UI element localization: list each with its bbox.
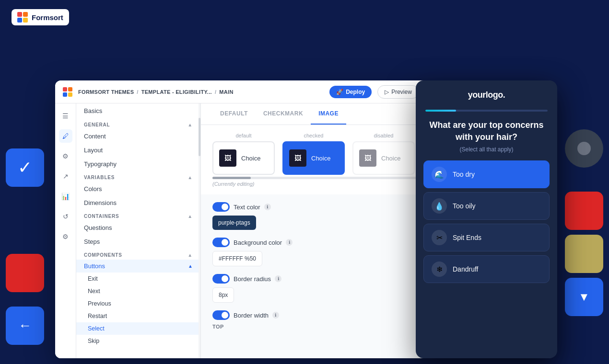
sidebar-icon-style[interactable]: 🖊 bbox=[59, 129, 72, 143]
nav-item-typography[interactable]: Typography bbox=[76, 157, 200, 171]
hair-label-too-dry: Too dry bbox=[453, 171, 475, 178]
preview-question-area: What are your top concerns with your hai… bbox=[416, 119, 557, 157]
info-icon-border-width[interactable]: ℹ bbox=[272, 312, 279, 318]
toggle-bg-color[interactable] bbox=[212, 238, 230, 247]
text-color-value[interactable]: purple-ptags bbox=[212, 216, 256, 230]
deco-circle-right bbox=[565, 129, 603, 168]
scroll-track bbox=[199, 103, 200, 358]
nav-item-previous[interactable]: Previous bbox=[76, 297, 200, 310]
sidebar-icon-settings[interactable]: ⚙ bbox=[59, 230, 72, 243]
deploy-button[interactable]: 🚀 Deploy bbox=[329, 86, 372, 98]
preview-play-icon: ▷ bbox=[385, 89, 389, 95]
chevron-icon-components: ▲ bbox=[187, 252, 193, 258]
nav-item-content[interactable]: Content bbox=[76, 129, 200, 143]
nav-item-steps[interactable]: Steps bbox=[76, 235, 200, 249]
sidebar-icon-menu[interactable]: ☰ bbox=[59, 109, 72, 123]
nav-item-questions[interactable]: Questions bbox=[76, 221, 200, 235]
hair-choice-split-ends[interactable]: ✂ Spit Ends bbox=[423, 224, 550, 251]
nav-item-layout[interactable]: Layout bbox=[76, 143, 200, 157]
progress-bar bbox=[425, 110, 548, 112]
info-icon-text-color[interactable]: ℹ bbox=[264, 204, 271, 210]
deco-tan-right-block bbox=[565, 235, 603, 273]
preview-scroll-thumb bbox=[212, 177, 251, 179]
toggle-knob-text-color bbox=[222, 204, 228, 210]
image-icon-default: 🖼 bbox=[224, 154, 231, 162]
tab-image[interactable]: IMAGE bbox=[311, 103, 346, 125]
bg-color-value[interactable]: #FFFFFF %50 bbox=[212, 251, 262, 266]
choice-card-default[interactable]: 🖼 Choice bbox=[212, 141, 275, 175]
nav-item-dimensions[interactable]: Dimensions bbox=[76, 196, 200, 210]
nav-item-basics[interactable]: Basics bbox=[76, 103, 200, 118]
breadcrumb-item-2[interactable]: TEMPLATE - ELIGIBILITY... bbox=[141, 89, 212, 95]
info-icon-border-radius[interactable]: ℹ bbox=[275, 275, 281, 282]
sidebar-icons: ☰ 🖊 ⚙ ↗ 📊 ↺ ⚙ bbox=[55, 103, 76, 358]
hair-icon-split-ends: ✂ bbox=[432, 230, 447, 245]
dropdown-icon: ▼ bbox=[578, 290, 590, 304]
hair-icon-dandruff: ❄ bbox=[432, 262, 447, 277]
choice-card-disabled[interactable]: 🖼 Choice bbox=[352, 141, 415, 175]
logo-squares bbox=[17, 12, 28, 23]
breadcrumb-item-3[interactable]: MAIN bbox=[219, 89, 233, 95]
image-icon-checked: 🖼 bbox=[294, 154, 301, 162]
toggle-border-width[interactable] bbox=[212, 310, 230, 320]
nav-item-restart[interactable]: Restart bbox=[76, 310, 200, 322]
breadcrumb-item-1[interactable]: FORMSORT THEMES bbox=[78, 89, 134, 95]
preview-label-checked: checked bbox=[304, 133, 324, 138]
preview-label-default: default bbox=[235, 133, 251, 138]
section-header-components: COMPONENTS ▲ bbox=[76, 249, 200, 260]
choice-card-checked[interactable]: 🖼 Choice bbox=[282, 141, 345, 175]
hair-choice-too-oily[interactable]: 💧 Too oily bbox=[423, 192, 550, 220]
breadcrumb-sep-2: / bbox=[215, 89, 216, 95]
nav-item-next[interactable]: Next bbox=[76, 285, 200, 297]
section-header-variables: VARIABLES ▲ bbox=[76, 171, 200, 182]
toggle-text-color[interactable] bbox=[212, 202, 230, 212]
toggle-knob-bg-color bbox=[222, 239, 228, 246]
breadcrumb: FORMSORT THEMES / TEMPLATE - ELIGIBILITY… bbox=[78, 89, 234, 95]
logo-container[interactable]: Formsort bbox=[12, 9, 69, 25]
nav-item-colors[interactable]: Colors bbox=[76, 182, 200, 196]
nav-item-skip[interactable]: Skip bbox=[76, 335, 200, 347]
section-header-general: GENERAL ▲ bbox=[76, 118, 200, 129]
deco-blue-right-block: ▼ bbox=[565, 278, 603, 316]
chevron-icon-general: ▲ bbox=[187, 122, 193, 127]
header-logo bbox=[63, 87, 72, 97]
toggle-border-radius[interactable] bbox=[212, 274, 230, 284]
tab-default[interactable]: DEFAULT bbox=[212, 103, 256, 125]
preview-logo-text: yourlogo. bbox=[468, 90, 505, 100]
preview-choices-list: 🌊 Too dry 💧 Too oily ✂ Spit Ends ❄ Dandr… bbox=[416, 157, 557, 358]
preview-card-checked: checked 🖼 Choice bbox=[282, 133, 345, 175]
sidebar-icon-chart[interactable]: 📊 bbox=[59, 190, 72, 203]
sidebar-icon-flow[interactable]: ↗ bbox=[59, 170, 72, 183]
nav-group-buttons[interactable]: Buttons ▲ bbox=[76, 260, 200, 273]
left-arrow-icon: ← bbox=[18, 318, 32, 333]
left-panel: Basics GENERAL ▲ Content Layout Typograp… bbox=[76, 103, 201, 358]
breadcrumb-sep-1: / bbox=[137, 89, 138, 95]
nav-item-exit[interactable]: Exit bbox=[76, 273, 200, 285]
preview-question-title: What are your top concerns with your hai… bbox=[425, 119, 548, 143]
setting-label-border-width: Border width bbox=[234, 312, 269, 319]
nav-item-select[interactable]: Select bbox=[76, 322, 200, 335]
preview-logo-area: yourlogo. bbox=[416, 80, 557, 110]
hair-choice-too-dry[interactable]: 🌊 Too dry bbox=[423, 160, 550, 188]
choice-img-checked: 🖼 bbox=[289, 149, 306, 167]
border-radius-value[interactable]: 8px bbox=[212, 287, 234, 303]
info-icon-bg-color[interactable]: ℹ bbox=[286, 239, 293, 246]
toggle-knob-border-radius bbox=[222, 275, 228, 282]
preview-card-default: default 🖼 Choice bbox=[212, 133, 275, 175]
sidebar-icon-components[interactable]: ⚙ bbox=[59, 149, 72, 163]
hair-choice-dandruff[interactable]: ❄ Dandruff bbox=[423, 255, 550, 283]
deco-red-left-block bbox=[6, 254, 44, 292]
preview-panel: yourlogo. What are your top concerns wit… bbox=[416, 80, 557, 358]
image-icon-disabled: 🖼 bbox=[364, 154, 371, 162]
deco-check-block: ✓ bbox=[6, 148, 44, 187]
section-header-containers: CONTAINERS ▲ bbox=[76, 210, 200, 221]
check-icon: ✓ bbox=[18, 158, 32, 178]
sidebar-icon-history[interactable]: ↺ bbox=[59, 210, 72, 223]
hair-icon-too-dry: 🌊 bbox=[432, 167, 447, 182]
hair-label-split-ends: Spit Ends bbox=[453, 234, 481, 241]
tab-checkmark[interactable]: CHECKMARK bbox=[256, 103, 311, 125]
choice-img-default: 🖼 bbox=[219, 149, 236, 167]
setting-label-text-color: Text color bbox=[234, 204, 260, 211]
choice-text-checked: Choice bbox=[311, 155, 330, 162]
preview-button[interactable]: ▷ Preview bbox=[377, 85, 419, 99]
